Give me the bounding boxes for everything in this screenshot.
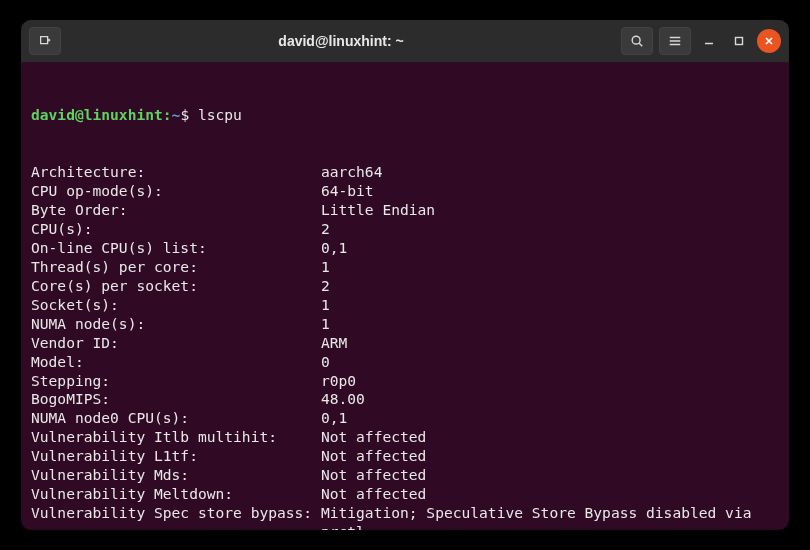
output-label: Vulnerability L1tf: <box>31 447 321 466</box>
output-value: Not affected <box>321 466 779 485</box>
output-row: Vulnerability Spec store bypass:Mitigati… <box>31 504 779 530</box>
titlebar: david@linuxhint: ~ <box>21 20 789 62</box>
output-label: CPU op-mode(s): <box>31 182 321 201</box>
output-row: Vulnerability Meltdown:Not affected <box>31 485 779 504</box>
output-label: Thread(s) per core: <box>31 258 321 277</box>
maximize-icon <box>734 36 744 46</box>
output-value: Not affected <box>321 428 779 447</box>
output-value: ARM <box>321 334 779 353</box>
window-title: david@linuxhint: ~ <box>65 33 617 49</box>
output-row: Vulnerability Mds:Not affected <box>31 466 779 485</box>
output-row: Thread(s) per core:1 <box>31 258 779 277</box>
output-label: Socket(s): <box>31 296 321 315</box>
output-value: 64-bit <box>321 182 779 201</box>
output-label: Model: <box>31 353 321 372</box>
output-row: Model:0 <box>31 353 779 372</box>
maximize-button[interactable] <box>727 29 751 53</box>
output-row: Vulnerability Itlb multihit:Not affected <box>31 428 779 447</box>
search-icon <box>630 34 644 48</box>
output-rows: Architecture:aarch64CPU op-mode(s):64-bi… <box>31 163 779 530</box>
output-label: Architecture: <box>31 163 321 182</box>
output-row: Core(s) per socket:2 <box>31 277 779 296</box>
prompt-line: david@linuxhint:~$ lscpu <box>31 106 779 125</box>
output-label: Vulnerability Mds: <box>31 466 321 485</box>
search-button[interactable] <box>621 27 653 55</box>
output-label: Byte Order: <box>31 201 321 220</box>
hamburger-icon <box>668 34 682 48</box>
output-label: CPU(s): <box>31 220 321 239</box>
output-value: Not affected <box>321 447 779 466</box>
new-tab-icon <box>38 34 52 48</box>
output-value: 0 <box>321 353 779 372</box>
prompt-userhost: david@linuxhint <box>31 106 163 125</box>
command-text: lscpu <box>198 106 242 125</box>
minimize-button[interactable] <box>697 29 721 53</box>
output-value: 1 <box>321 315 779 334</box>
output-value: 2 <box>321 220 779 239</box>
output-row: Byte Order:Little Endian <box>31 201 779 220</box>
output-row: Socket(s):1 <box>31 296 779 315</box>
titlebar-right <box>621 27 781 55</box>
output-value: 1 <box>321 296 779 315</box>
output-label: Core(s) per socket: <box>31 277 321 296</box>
output-value: 0,1 <box>321 239 779 258</box>
output-value: 0,1 <box>321 409 779 428</box>
output-label: Stepping: <box>31 372 321 391</box>
output-row: NUMA node(s):1 <box>31 315 779 334</box>
output-row: BogoMIPS:48.00 <box>31 390 779 409</box>
svg-rect-1 <box>736 38 743 45</box>
output-value: 48.00 <box>321 390 779 409</box>
output-label: NUMA node(s): <box>31 315 321 334</box>
output-row: Architecture:aarch64 <box>31 163 779 182</box>
prompt-path: ~ <box>172 106 181 125</box>
prompt-colon: : <box>163 106 172 125</box>
output-label: Vulnerability Spec store bypass: <box>31 504 321 530</box>
output-value: aarch64 <box>321 163 779 182</box>
output-label: Vulnerability Meltdown: <box>31 485 321 504</box>
output-value: 2 <box>321 277 779 296</box>
output-value: Not affected <box>321 485 779 504</box>
menu-button[interactable] <box>659 27 691 55</box>
prompt-dollar: $ <box>180 106 198 125</box>
close-icon <box>764 36 774 46</box>
output-label: NUMA node0 CPU(s): <box>31 409 321 428</box>
output-value: r0p0 <box>321 372 779 391</box>
terminal-output[interactable]: david@linuxhint:~$ lscpu Architecture:aa… <box>21 62 789 530</box>
output-label: BogoMIPS: <box>31 390 321 409</box>
output-value: Little Endian <box>321 201 779 220</box>
output-row: Stepping:r0p0 <box>31 372 779 391</box>
output-row: CPU(s):2 <box>31 220 779 239</box>
output-label: Vulnerability Itlb multihit: <box>31 428 321 447</box>
new-tab-button[interactable] <box>29 27 61 55</box>
output-label: Vendor ID: <box>31 334 321 353</box>
output-label: On-line CPU(s) list: <box>31 239 321 258</box>
minimize-icon <box>704 36 714 46</box>
terminal-window: david@linuxhint: ~ david@linuxhint:~$ ls… <box>21 20 789 530</box>
svg-point-0 <box>632 36 640 44</box>
output-row: NUMA node0 CPU(s):0,1 <box>31 409 779 428</box>
close-button[interactable] <box>757 29 781 53</box>
output-row: On-line CPU(s) list:0,1 <box>31 239 779 258</box>
output-row: Vendor ID:ARM <box>31 334 779 353</box>
output-row: Vulnerability L1tf:Not affected <box>31 447 779 466</box>
output-value: Mitigation; Speculative Store Bypass dis… <box>321 504 779 530</box>
output-row: CPU op-mode(s):64-bit <box>31 182 779 201</box>
output-value: 1 <box>321 258 779 277</box>
